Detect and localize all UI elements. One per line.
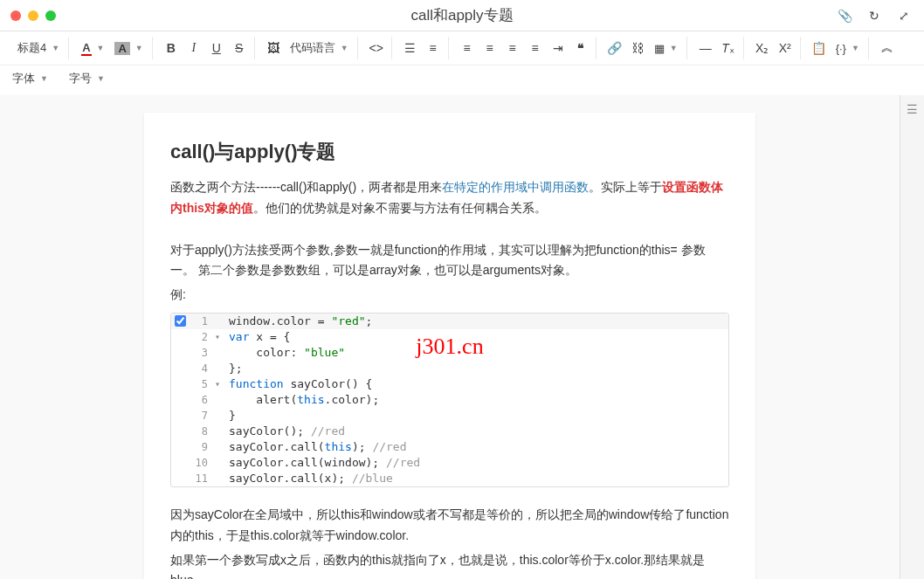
unlink-button[interactable]: ⛓ — [628, 38, 647, 58]
code-text: sayColor(); //red — [225, 424, 728, 438]
hr-button[interactable]: — — [696, 38, 715, 58]
text-highlight-blue: 在特定的作用域中调用函数 — [442, 180, 589, 194]
toolbar-row-1: 标题4 ▼ A ▼ A ▼ B I U S 🖼 代码语言 ▼ <> ☰ ≡ ≡ … — [0, 31, 924, 65]
ordered-list-button[interactable]: ≡ — [424, 38, 443, 58]
line-number: 6 — [189, 394, 215, 406]
doc-paragraph: 例: — [170, 285, 729, 306]
attachment-icon[interactable]: 📎 — [835, 6, 854, 25]
code-line[interactable]: 4}; — [171, 361, 728, 376]
text-run: 函数之两个方法------call()和apply()，两者都是用来 — [170, 180, 442, 194]
code-text: var x = { — [225, 330, 728, 343]
line-number: 4 — [189, 362, 215, 375]
fullscreen-icon[interactable]: ⤢ — [894, 6, 914, 25]
bg-color-dropdown[interactable]: A ▼ — [111, 40, 146, 57]
line-number: 11 — [189, 472, 215, 485]
line-number: 3 — [189, 347, 215, 359]
indent-button[interactable]: ⇥ — [548, 38, 568, 58]
align-justify-button[interactable]: ≡ — [526, 38, 545, 58]
outline-toggle[interactable]: ☰ — [900, 95, 924, 579]
code-text: sayColor.call(window); //red — [225, 456, 728, 469]
clear-format-button[interactable]: Tₓ — [719, 38, 738, 58]
italic-button[interactable]: I — [184, 38, 203, 58]
close-window-button[interactable] — [10, 10, 21, 21]
line-number: 1 — [189, 315, 215, 327]
code-text: }; — [225, 362, 728, 375]
quote-button[interactable]: ❝ — [571, 38, 590, 58]
link-button[interactable]: 🔗 — [605, 38, 624, 58]
superscript-button[interactable]: X² — [776, 38, 795, 58]
titlebar: call和apply专题 📎 ↻ ⤢ — [0, 0, 924, 31]
code-line[interactable]: 1window.color = "red"; — [171, 314, 728, 329]
code-checkbox[interactable] — [175, 315, 186, 327]
doc-paragraph: 因为sayColor在全局域中，所以this和window或者不写都是等价的，所… — [170, 505, 729, 547]
text-run: 。他们的优势就是对象不需要与方法有任何耦合关系。 — [253, 201, 547, 215]
fold-marker[interactable]: ▾ — [215, 332, 225, 341]
chevron-down-icon: ▼ — [341, 44, 348, 52]
underline-button[interactable]: U — [207, 38, 226, 58]
code-text: color: "blue" — [225, 346, 728, 359]
align-left-button[interactable]: ≡ — [458, 38, 477, 58]
heading-dropdown[interactable]: 标题4 ▼ — [14, 38, 63, 58]
minimize-window-button[interactable] — [28, 10, 38, 21]
font-size-dropdown[interactable]: 字号 ▼ — [66, 69, 108, 88]
fold-marker[interactable]: ▾ — [215, 379, 225, 389]
line-number: 5 — [189, 378, 215, 390]
code-line[interactable]: 5▾function sayColor() { — [171, 376, 728, 392]
line-number: 10 — [189, 457, 215, 469]
document-paper[interactable]: j301.cn call()与apply()专题 函数之两个方法------ca… — [144, 113, 755, 579]
chevron-down-icon: ▼ — [40, 74, 48, 83]
image-button[interactable]: 🖼 — [264, 38, 283, 58]
code-line[interactable]: 3 color: "blue" — [171, 345, 728, 361]
copy-button[interactable]: 📋 — [810, 38, 829, 58]
code-line[interactable]: 9sayColor.call(this); //red — [171, 439, 728, 455]
chevron-down-icon: ▼ — [852, 44, 859, 52]
maximize-window-button[interactable] — [45, 10, 56, 21]
window-title: call和apply专题 — [410, 5, 513, 25]
line-number: 7 — [189, 410, 215, 422]
doc-paragraph: 对于apply()方法接受两个参数,参数一就是function的作用域，其实可以… — [170, 240, 729, 282]
code-lang-label: 代码语言 — [290, 40, 335, 56]
text-color-icon: A — [81, 41, 91, 56]
bg-color-icon: A — [114, 42, 129, 55]
code-inline-button[interactable]: <> — [367, 38, 386, 58]
doc-paragraph: 函数之两个方法------call()和apply()，两者都是用来在特定的作用… — [170, 177, 729, 219]
subscript-button[interactable]: X₂ — [753, 38, 772, 58]
chevron-down-icon: ▼ — [97, 74, 105, 83]
content-area: j301.cn call()与apply()专题 函数之两个方法------ca… — [0, 95, 924, 579]
line-number: 8 — [189, 425, 215, 438]
code-line[interactable]: 11sayColor.call(x); //blue — [171, 471, 728, 486]
code-block[interactable]: 1window.color = "red";2▾var x = {3 color… — [170, 313, 729, 487]
code-line[interactable]: 10sayColor.call(window); //red — [171, 455, 728, 471]
align-right-button[interactable]: ≡ — [503, 38, 522, 58]
code-text: function sayColor() { — [225, 377, 728, 390]
chevron-down-icon: ▼ — [135, 44, 143, 52]
unordered-list-button[interactable]: ☰ — [401, 38, 420, 58]
text-color-dropdown[interactable]: A ▼ — [78, 39, 107, 58]
code-text: } — [225, 409, 728, 422]
history-icon[interactable]: ↻ — [865, 6, 884, 25]
font-family-dropdown[interactable]: 字体 ▼ — [9, 69, 52, 88]
font-size-label: 字号 — [69, 71, 92, 86]
code-line[interactable]: 6 alert(this.color); — [171, 392, 728, 408]
code-text: sayColor.call(this); //red — [225, 440, 728, 453]
braces-dropdown[interactable]: {·} ▼ — [832, 40, 863, 57]
bold-button[interactable]: B — [162, 38, 181, 58]
font-family-label: 字体 — [12, 71, 35, 86]
text-run: 。实际上等于 — [589, 180, 662, 194]
code-line[interactable]: 2▾var x = { — [171, 329, 728, 345]
table-icon: ▦ — [654, 42, 665, 55]
braces-icon: {·} — [836, 42, 846, 55]
code-line[interactable]: 8sayColor(); //red — [171, 424, 728, 439]
code-language-dropdown[interactable]: 代码语言 ▼ — [286, 38, 352, 58]
chevron-down-icon: ▼ — [52, 44, 59, 52]
toolbar-row-2: 字体 ▼ 字号 ▼ — [0, 65, 924, 95]
align-center-button[interactable]: ≡ — [480, 38, 500, 58]
collapse-toolbar-button[interactable]: ︽ — [878, 38, 897, 58]
chevron-down-icon: ▼ — [97, 44, 105, 52]
editor-scroll[interactable]: j301.cn call()与apply()专题 函数之两个方法------ca… — [0, 95, 900, 579]
table-dropdown[interactable]: ▦ ▼ — [651, 40, 681, 57]
heading-label: 标题4 — [17, 40, 46, 56]
strikethrough-button[interactable]: S — [230, 38, 249, 58]
line-number: 2 — [189, 331, 215, 343]
code-line[interactable]: 7} — [171, 408, 728, 424]
